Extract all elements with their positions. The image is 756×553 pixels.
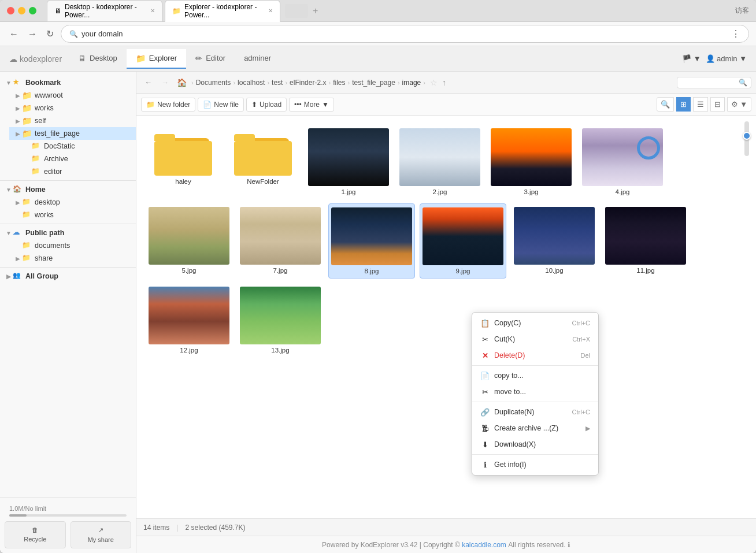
tab-close-explorer[interactable]: ✕: [268, 8, 273, 14]
list-view-button[interactable]: ☰: [693, 97, 708, 112]
footer-info-icon[interactable]: ℹ: [568, 541, 570, 549]
sidebar-item-documents[interactable]: 📁 documents: [9, 239, 136, 252]
columns-view-button[interactable]: ⊟: [710, 97, 725, 112]
test-file-page-toggle[interactable]: ▶: [14, 129, 22, 138]
share-toggle[interactable]: ▶: [14, 254, 22, 262]
zoom-slider[interactable]: [744, 121, 749, 156]
bc-bookmark-icon[interactable]: ☆: [430, 78, 438, 87]
bc-search-input[interactable]: [681, 79, 739, 87]
sidebar-item-share[interactable]: ▶ 📁 share: [9, 252, 136, 265]
documents-toggle[interactable]: [14, 242, 22, 250]
file-item-5jpg[interactable]: 5.jpg: [146, 203, 232, 279]
tab-adminer[interactable]: adminer: [235, 49, 280, 68]
sidebar-item-works-home[interactable]: 📁 works: [9, 209, 136, 221]
ctx-cut[interactable]: ✂ Cut(K) Ctrl+X: [472, 331, 598, 347]
tab-editor[interactable]: ✏ Editor: [186, 49, 235, 69]
file-item-haley[interactable]: haley: [146, 125, 221, 199]
wwwroot-toggle[interactable]: ▶: [14, 91, 22, 99]
file-item-9jpg[interactable]: 9.jpg: [420, 203, 506, 279]
sidebar-item-wwwroot[interactable]: ▶ 📁 wwwroot: [9, 89, 136, 102]
tab-close-desktop[interactable]: ✕: [150, 8, 155, 14]
sidebar-item-docstatic[interactable]: 📁 DocStatic: [18, 140, 136, 153]
file-item-3jpg[interactable]: 3.jpg: [488, 125, 575, 199]
self-toggle[interactable]: ▶: [14, 117, 22, 125]
file-item-7jpg[interactable]: 7.jpg: [237, 203, 324, 279]
tab-desktop[interactable]: 🖥 Desktop: [69, 49, 127, 69]
editor-toggle[interactable]: [23, 168, 31, 176]
bc-back-button[interactable]: ←: [141, 76, 155, 88]
ctx-delete[interactable]: ✕ Delete(D) Del: [472, 347, 598, 363]
sidebar-section-home[interactable]: ▼ 🏠 Home: [0, 183, 136, 196]
sidebar-item-archive[interactable]: 📁 Archive: [18, 153, 136, 165]
sidebar-section-public[interactable]: ▼ ☁ Public path: [0, 227, 136, 239]
footer-link[interactable]: kalcaddle.com: [462, 541, 506, 549]
sidebar-item-works[interactable]: ▶ 📁 works: [9, 102, 136, 114]
bc-forward-button[interactable]: →: [158, 76, 172, 88]
sidebar-item-editor[interactable]: 📁 editor: [18, 165, 136, 178]
ctx-copy[interactable]: 📋 Copy(C) Ctrl+C: [472, 315, 598, 331]
file-item-4jpg[interactable]: 4.jpg: [579, 125, 666, 199]
desktop-toggle[interactable]: ▶: [14, 198, 22, 206]
minimize-button[interactable]: [18, 7, 25, 14]
file-item-13jpg[interactable]: 13.jpg: [237, 283, 324, 357]
bookmark-toggle[interactable]: ▼: [5, 79, 13, 87]
url-bar[interactable]: 🔍 your domain ⋮: [61, 25, 749, 43]
file-item-2jpg[interactable]: 2.jpg: [396, 125, 483, 199]
ctx-copyto[interactable]: 📄 copy to...: [472, 368, 598, 384]
ctx-moveto[interactable]: ✂ move to...: [472, 384, 598, 400]
bc-item-testfilepage[interactable]: test_file_page: [352, 79, 395, 87]
zoom-handle[interactable]: [743, 132, 751, 140]
allgroup-toggle[interactable]: ▶: [5, 272, 13, 280]
ctx-download[interactable]: ⬇ Download(X): [472, 436, 598, 452]
browser-tab-explorer[interactable]: 📁 Explorer - kodexplorer - Power... ✕: [165, 0, 280, 22]
new-folder-button[interactable]: 📁 New folder: [141, 98, 195, 112]
settings-view-button[interactable]: ⚙ ▼: [727, 97, 751, 112]
bc-item-test[interactable]: test: [272, 79, 283, 87]
zoom-button[interactable]: 🔍: [657, 97, 674, 112]
file-item-1jpg[interactable]: 1.jpg: [305, 125, 392, 199]
works-toggle[interactable]: ▶: [14, 104, 22, 112]
ctx-duplicate[interactable]: 🔗 Duplicate(N) Ctrl+C: [472, 404, 598, 420]
new-file-button[interactable]: 📄 New file: [198, 98, 244, 112]
bc-item-localhost[interactable]: localhost: [238, 79, 265, 87]
myshare-button[interactable]: ↗ My share: [71, 521, 132, 548]
bc-item-files[interactable]: files: [333, 79, 345, 87]
forward-button[interactable]: →: [25, 28, 39, 40]
admin-user[interactable]: 👤 admin ▼: [706, 54, 747, 63]
bc-item-image[interactable]: image: [402, 79, 421, 87]
bc-up-button[interactable]: ↑: [442, 78, 446, 87]
sidebar-section-bookmark[interactable]: ▼ ★ Bookmark: [0, 76, 136, 89]
file-grid[interactable]: haley NewFolder 1.jpg: [136, 116, 756, 366]
file-item-11jpg[interactable]: 11.jpg: [602, 203, 689, 279]
sidebar-item-test-file-page[interactable]: ▶ 📁 test_file_page: [9, 127, 136, 140]
refresh-button[interactable]: ↻: [44, 27, 56, 40]
grid-view-button[interactable]: ⊞: [676, 97, 691, 112]
file-item-10jpg[interactable]: 10.jpg: [511, 203, 598, 279]
public-toggle[interactable]: ▼: [5, 229, 13, 237]
recycle-button[interactable]: 🗑 Recycle: [5, 521, 66, 548]
more-button[interactable]: ••• More ▼: [289, 98, 334, 112]
file-item-newfolder[interactable]: NewFolder: [225, 125, 301, 199]
docstatic-toggle[interactable]: [23, 142, 31, 150]
back-button[interactable]: ←: [7, 28, 21, 40]
bc-item-elfinder[interactable]: elFinder-2.x: [290, 79, 326, 87]
maximize-button[interactable]: [29, 7, 36, 14]
works-home-toggle[interactable]: [14, 211, 22, 219]
ctx-archive[interactable]: 🗜 Create archive ...(Z) ▶: [472, 420, 598, 436]
flag-icon[interactable]: 🏴 ▼: [682, 54, 701, 63]
home-toggle[interactable]: ▼: [5, 185, 13, 194]
file-item-8jpg[interactable]: 8.jpg: [328, 203, 415, 279]
browser-tab-desktop[interactable]: 🖥 Desktop - kodexplorer - Power... ✕: [47, 0, 162, 22]
file-item-12jpg[interactable]: 12.jpg: [146, 283, 232, 357]
close-button[interactable]: [7, 7, 14, 14]
upload-button[interactable]: ⬆ Upload: [246, 98, 287, 112]
archive-toggle[interactable]: [23, 155, 31, 163]
bc-search-box[interactable]: 🔍: [677, 77, 751, 88]
sidebar-item-self[interactable]: ▶ 📁 self: [9, 114, 136, 127]
sidebar-section-allgroup[interactable]: ▶ 👥 All Group: [0, 270, 136, 283]
bc-home-button[interactable]: 🏠: [175, 78, 189, 87]
ctx-getinfo[interactable]: ℹ Get info(I): [472, 456, 598, 473]
sidebar-item-desktop[interactable]: ▶ 📁 desktop: [9, 196, 136, 209]
url-menu-icon[interactable]: ⋮: [731, 28, 740, 39]
tab-explorer[interactable]: 📁 Explorer: [127, 49, 186, 69]
